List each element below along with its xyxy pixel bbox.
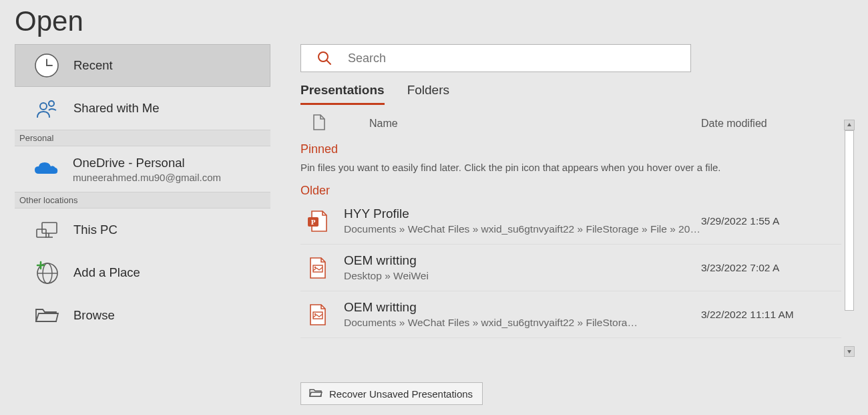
svg-line-12 xyxy=(327,60,331,64)
folder-open-icon xyxy=(33,305,60,325)
folder-open-icon xyxy=(309,388,322,400)
search-box[interactable] xyxy=(300,44,691,72)
recover-unsaved-button[interactable]: Recover Unsaved Presentations xyxy=(300,382,483,405)
file-list: Name Date modified Pinned Pin files you … xyxy=(300,113,841,360)
svg-rect-4 xyxy=(42,223,57,233)
powerpoint-file-icon xyxy=(300,256,334,280)
sidebar-section-personal: Personal xyxy=(15,130,270,146)
sidebar-item-shared[interactable]: Shared with Me xyxy=(15,87,270,130)
sidebar-section-other: Other locations xyxy=(15,192,270,209)
people-icon xyxy=(33,96,60,121)
tab-presentations[interactable]: Presentations xyxy=(300,83,385,105)
sidebar-label-add-place: Add a Place xyxy=(73,265,140,280)
pinned-hint: Pin files you want to easily find later.… xyxy=(300,162,841,173)
onedrive-email: muneerahmed.mu90@gmail.com xyxy=(73,172,221,183)
tab-folders[interactable]: Folders xyxy=(407,83,449,105)
scroll-track[interactable] xyxy=(844,130,855,346)
sidebar-label-shared: Shared with Me xyxy=(73,101,160,116)
sidebar-item-recent[interactable]: Recent xyxy=(15,44,270,87)
file-date: 3/22/2022 11:11 AM xyxy=(701,309,841,321)
file-name: OEM writting xyxy=(344,300,701,315)
file-date: 3/23/2022 7:02 A xyxy=(701,262,841,274)
recover-button-label: Recover Unsaved Presentations xyxy=(329,388,473,400)
onedrive-title: OneDrive - Personal xyxy=(73,156,221,170)
file-row[interactable]: OEM writtingDesktop » WeiWei3/23/2022 7:… xyxy=(300,245,841,291)
search-icon xyxy=(301,50,348,66)
svg-text:P: P xyxy=(311,218,316,226)
group-older: Older xyxy=(300,184,841,198)
document-icon xyxy=(312,114,326,134)
list-header[interactable]: Name Date modified xyxy=(300,113,841,134)
onedrive-icon xyxy=(33,160,59,178)
page-title: Open xyxy=(0,0,868,37)
file-row[interactable]: PHYY ProfileDocuments » WeChat Files » w… xyxy=(300,198,841,245)
file-path: Desktop » WeiWei xyxy=(344,270,701,282)
header-name[interactable]: Name xyxy=(369,118,701,130)
clock-icon xyxy=(33,53,60,78)
header-date[interactable]: Date modified xyxy=(701,118,841,130)
scroll-thumb[interactable] xyxy=(845,130,854,311)
file-path: Documents » WeChat Files » wxid_su6gtnvy… xyxy=(344,317,701,329)
svg-point-16 xyxy=(314,266,316,267)
group-pinned: Pinned xyxy=(300,142,841,156)
sidebar-item-onedrive[interactable]: OneDrive - Personal muneerahmed.mu90@gma… xyxy=(15,146,270,192)
svg-point-18 xyxy=(314,313,316,314)
sidebar-label-browse: Browse xyxy=(73,308,115,323)
powerpoint-file-icon xyxy=(300,303,334,327)
sidebar-item-this-pc[interactable]: This PC xyxy=(15,209,270,251)
sidebar-item-browse[interactable]: Browse xyxy=(15,294,270,337)
scroll-up-button[interactable] xyxy=(844,120,855,130)
sidebar-label-this-pc: This PC xyxy=(73,223,118,237)
scroll-down-button[interactable] xyxy=(844,346,855,357)
main-panel: Presentations Folders Name Date modified… xyxy=(270,44,868,409)
svg-point-2 xyxy=(40,103,47,110)
this-pc-icon xyxy=(33,217,60,243)
file-row[interactable]: OEM writtingDocuments » WeChat Files » w… xyxy=(300,291,841,338)
powerpoint-file-icon: P xyxy=(300,209,334,233)
sidebar-label-recent: Recent xyxy=(73,58,113,73)
svg-point-3 xyxy=(49,101,54,106)
file-path: Documents » WeChat Files » wxid_su6gtnvy… xyxy=(344,223,701,235)
file-date: 3/29/2022 1:55 A xyxy=(701,215,841,227)
add-place-icon xyxy=(33,260,60,285)
file-name: OEM writting xyxy=(344,253,701,268)
sidebar-item-add-place[interactable]: Add a Place xyxy=(15,251,270,294)
sidebar: Recent Shared with Me Personal OneDrive … xyxy=(0,44,270,409)
file-name: HYY Profile xyxy=(344,206,701,221)
search-input[interactable] xyxy=(348,45,690,72)
tabs: Presentations Folders xyxy=(300,83,855,105)
scrollbar[interactable] xyxy=(844,120,855,357)
